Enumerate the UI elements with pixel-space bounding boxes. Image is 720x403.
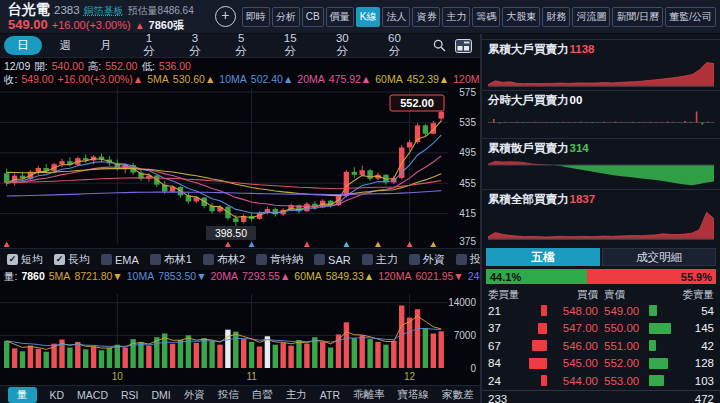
indicator-tab[interactable]: 主力 xyxy=(286,388,307,402)
svg-text:552.00: 552.00 xyxy=(400,97,434,109)
menu-item[interactable]: CB xyxy=(302,7,324,27)
trading-app-window: 台光電 2383 銅箔基板 預估量8486.64 549.00 +16.00(+… xyxy=(0,0,720,403)
indicator-tab[interactable]: MACD xyxy=(77,389,108,401)
timeframe-item[interactable]: 15分 xyxy=(277,31,304,60)
info-segment: 452.39▲ xyxy=(407,73,450,85)
price-chart[interactable]: 575535495455415375552.00398.50 xyxy=(0,88,480,248)
power-section-title: 累積全部買賣力1837 xyxy=(488,192,714,206)
total-ask-qty: 472 xyxy=(695,393,714,403)
indicator-checkbox[interactable]: ✓短均 xyxy=(7,252,43,267)
menu-item[interactable]: 董監/公司 xyxy=(665,7,716,27)
indicator-tab[interactable]: 投信 xyxy=(218,388,239,402)
total-volume: 7860張 xyxy=(149,20,184,32)
bid-qty-bar xyxy=(522,305,552,316)
info-segment: 6021.95▼ xyxy=(415,270,463,282)
layout-toggle-icon[interactable] xyxy=(455,39,472,53)
power-section: 累積全部買賣力1837 xyxy=(482,189,720,243)
indicator-tab[interactable]: 乖離率 xyxy=(353,388,385,402)
timeframe-item[interactable]: 月 xyxy=(98,37,114,54)
indicator-checkbox[interactable]: 布林2 xyxy=(203,252,245,267)
timeframe-item[interactable]: 週 xyxy=(58,37,74,54)
ask-qty-bar xyxy=(644,375,680,386)
indicator-checkbox[interactable]: 主力 xyxy=(362,252,398,267)
indicator-checkbox[interactable]: EMA xyxy=(101,254,139,266)
side-panel: 累積大戶買賣力1138 分時大戶買賣力00 累積散戶買賣力314 累積全部買賣力… xyxy=(480,34,720,403)
checkbox-icon xyxy=(150,254,161,265)
book-tab[interactable]: 成交明細 xyxy=(602,248,716,266)
info-segment: 552.00 xyxy=(105,60,137,72)
indicator-tab[interactable]: 外資 xyxy=(184,388,205,402)
bid-price: 544.00 xyxy=(552,375,598,387)
info-segment: 8721.80▼ xyxy=(74,270,122,282)
menu-item[interactable]: 籌碼 xyxy=(472,7,500,27)
overlay-checkbox-row: ✓短均✓長均EMA布林1布林2肯特納SAR主力外資投信融資短線 xyxy=(0,248,480,270)
menu-item[interactable]: 財務 xyxy=(542,7,570,27)
power-section: 累積大戶買賣力1138 xyxy=(482,39,720,90)
info-segment: 120MA xyxy=(378,270,411,282)
ask-qty: 54 xyxy=(680,305,714,317)
menu-item[interactable]: 資券 xyxy=(412,7,440,27)
timeframe-bar: 日週月1分3分5分15分30分60分 xyxy=(14,31,433,60)
ask-qty-bar xyxy=(644,323,680,334)
search-icon[interactable] xyxy=(433,39,446,52)
svg-text:10: 10 xyxy=(112,371,124,382)
timeframe-item[interactable]: 3分 xyxy=(185,31,206,60)
ask-qty: 103 xyxy=(680,375,714,387)
orderbook-row[interactable]: 24 544.00 553.00 103 xyxy=(482,372,720,390)
checkbox-icon xyxy=(409,254,420,265)
power-section-chart xyxy=(488,208,714,241)
indicator-tab[interactable]: DMI xyxy=(152,389,171,401)
buy-ratio-segment: 44.1% xyxy=(486,269,587,284)
orderbook-row[interactable]: 37 547.00 550.00 145 xyxy=(482,320,720,338)
checkbox-icon xyxy=(362,254,373,265)
timeframe-item[interactable]: 60分 xyxy=(381,31,408,60)
indicator-tab[interactable]: 量 xyxy=(8,387,37,403)
ask-qty: 145 xyxy=(680,322,714,334)
indicator-checkbox[interactable]: 外資 xyxy=(409,252,445,267)
volume-info-line: 量:78605MA8721.80▼10MA7853.50▼20MA7293.55… xyxy=(0,270,480,294)
timeframe-item[interactable]: 日 xyxy=(4,36,42,55)
info-segment: 530.60▲ xyxy=(173,73,216,85)
svg-text:398.50: 398.50 xyxy=(215,227,247,239)
menu-item[interactable]: 河流圖 xyxy=(572,7,610,27)
indicator-checkbox[interactable]: 布林1 xyxy=(150,252,192,267)
menu-item[interactable]: 分析 xyxy=(272,7,300,27)
menu-item[interactable]: 主力 xyxy=(442,7,470,27)
chart-panel: 日週月1分3分5分15分30分60分 12/09開:540.00高:552.00… xyxy=(0,34,480,403)
indicator-tab[interactable]: 家數差 xyxy=(442,388,474,402)
svg-text:575: 575 xyxy=(459,88,476,98)
menu-item[interactable]: 即時 xyxy=(242,7,270,27)
indicator-tab[interactable]: RSI xyxy=(121,389,139,401)
menu-item[interactable]: 法人 xyxy=(382,7,410,27)
info-segment: 5849.33▲ xyxy=(326,270,374,282)
timeframe-item[interactable]: 5分 xyxy=(231,31,252,60)
svg-text:455: 455 xyxy=(459,178,476,189)
menu-item[interactable]: 價量 xyxy=(326,7,354,27)
last-price: 549.00 xyxy=(8,18,48,32)
menu-item[interactable]: 新聞/日曆 xyxy=(612,7,663,27)
indicator-checkbox[interactable]: SAR xyxy=(314,254,351,266)
menu-item[interactable]: K線 xyxy=(356,7,381,27)
indicator-tab[interactable]: 自營 xyxy=(252,388,273,402)
indicator-tab[interactable]: KD xyxy=(50,389,65,401)
indicator-checkbox[interactable]: ✓長均 xyxy=(54,252,90,267)
volume-chart[interactable]: 1400070000101112 xyxy=(0,294,480,385)
timeframe-item[interactable]: 30分 xyxy=(329,31,356,60)
orderbook-row[interactable]: 21 548.00 549.00 54 xyxy=(482,302,720,320)
add-button[interactable]: + xyxy=(215,6,236,27)
indicator-checkbox[interactable]: 投信 xyxy=(456,252,480,267)
orderbook-row[interactable]: 67 546.00 551.00 42 xyxy=(482,337,720,355)
menu-item[interactable]: 大股東 xyxy=(502,7,540,27)
info-segment: 20MA xyxy=(211,270,238,282)
indicator-tab[interactable]: 寶塔線 xyxy=(398,388,430,402)
indicator-tab[interactable]: ATR xyxy=(320,389,340,401)
orderbook-row[interactable]: 84 545.00 552.00 128 xyxy=(482,355,720,373)
sector-tag-link[interactable]: 銅箔基板 xyxy=(84,6,124,17)
book-tab[interactable]: 五檔 xyxy=(486,248,600,266)
timeframe-item[interactable]: 1分 xyxy=(139,31,160,60)
power-section-title: 累積散戶買賣力314 xyxy=(488,141,714,155)
indicator-checkbox[interactable]: 肯特納 xyxy=(256,252,303,267)
svg-text:495: 495 xyxy=(459,147,476,158)
checkbox-icon xyxy=(203,254,214,265)
power-section-title: 累積大戶買賣力1138 xyxy=(488,42,714,56)
